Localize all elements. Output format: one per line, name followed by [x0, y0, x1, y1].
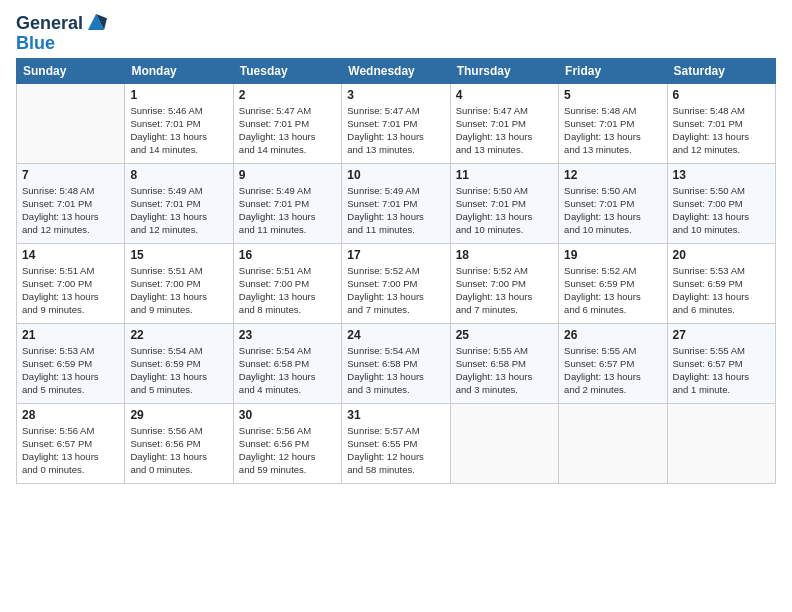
day-cell: 9Sunrise: 5:49 AM Sunset: 7:01 PM Daylig… [233, 163, 341, 243]
day-cell [559, 403, 667, 483]
day-number: 5 [564, 88, 661, 102]
day-number: 14 [22, 248, 119, 262]
day-number: 16 [239, 248, 336, 262]
day-number: 3 [347, 88, 444, 102]
day-number: 27 [673, 328, 770, 342]
day-info: Sunrise: 5:52 AM Sunset: 7:00 PM Dayligh… [456, 264, 553, 317]
day-number: 13 [673, 168, 770, 182]
day-info: Sunrise: 5:47 AM Sunset: 7:01 PM Dayligh… [347, 104, 444, 157]
day-cell: 11Sunrise: 5:50 AM Sunset: 7:01 PM Dayli… [450, 163, 558, 243]
day-cell: 19Sunrise: 5:52 AM Sunset: 6:59 PM Dayli… [559, 243, 667, 323]
day-number: 15 [130, 248, 227, 262]
day-cell: 23Sunrise: 5:54 AM Sunset: 6:58 PM Dayli… [233, 323, 341, 403]
day-info: Sunrise: 5:54 AM Sunset: 6:58 PM Dayligh… [239, 344, 336, 397]
day-cell: 31Sunrise: 5:57 AM Sunset: 6:55 PM Dayli… [342, 403, 450, 483]
logo-icon [85, 11, 107, 33]
day-cell: 3Sunrise: 5:47 AM Sunset: 7:01 PM Daylig… [342, 83, 450, 163]
day-number: 7 [22, 168, 119, 182]
day-info: Sunrise: 5:49 AM Sunset: 7:01 PM Dayligh… [130, 184, 227, 237]
day-cell: 5Sunrise: 5:48 AM Sunset: 7:01 PM Daylig… [559, 83, 667, 163]
day-number: 2 [239, 88, 336, 102]
day-header-thursday: Thursday [450, 58, 558, 83]
day-number: 11 [456, 168, 553, 182]
day-cell: 20Sunrise: 5:53 AM Sunset: 6:59 PM Dayli… [667, 243, 775, 323]
day-number: 10 [347, 168, 444, 182]
day-cell: 2Sunrise: 5:47 AM Sunset: 7:01 PM Daylig… [233, 83, 341, 163]
day-info: Sunrise: 5:49 AM Sunset: 7:01 PM Dayligh… [347, 184, 444, 237]
day-info: Sunrise: 5:50 AM Sunset: 7:01 PM Dayligh… [564, 184, 661, 237]
day-cell: 13Sunrise: 5:50 AM Sunset: 7:00 PM Dayli… [667, 163, 775, 243]
day-cell [450, 403, 558, 483]
day-info: Sunrise: 5:51 AM Sunset: 7:00 PM Dayligh… [22, 264, 119, 317]
day-header-monday: Monday [125, 58, 233, 83]
day-info: Sunrise: 5:55 AM Sunset: 6:57 PM Dayligh… [673, 344, 770, 397]
week-row-5: 28Sunrise: 5:56 AM Sunset: 6:57 PM Dayli… [17, 403, 776, 483]
day-info: Sunrise: 5:48 AM Sunset: 7:01 PM Dayligh… [564, 104, 661, 157]
day-info: Sunrise: 5:54 AM Sunset: 6:59 PM Dayligh… [130, 344, 227, 397]
week-row-3: 14Sunrise: 5:51 AM Sunset: 7:00 PM Dayli… [17, 243, 776, 323]
day-cell: 25Sunrise: 5:55 AM Sunset: 6:58 PM Dayli… [450, 323, 558, 403]
day-info: Sunrise: 5:50 AM Sunset: 7:00 PM Dayligh… [673, 184, 770, 237]
day-number: 19 [564, 248, 661, 262]
day-info: Sunrise: 5:55 AM Sunset: 6:57 PM Dayligh… [564, 344, 661, 397]
day-number: 30 [239, 408, 336, 422]
day-cell: 12Sunrise: 5:50 AM Sunset: 7:01 PM Dayli… [559, 163, 667, 243]
calendar-header-row: SundayMondayTuesdayWednesdayThursdayFrid… [17, 58, 776, 83]
day-number: 23 [239, 328, 336, 342]
day-number: 26 [564, 328, 661, 342]
day-info: Sunrise: 5:53 AM Sunset: 6:59 PM Dayligh… [22, 344, 119, 397]
day-cell: 6Sunrise: 5:48 AM Sunset: 7:01 PM Daylig… [667, 83, 775, 163]
day-info: Sunrise: 5:51 AM Sunset: 7:00 PM Dayligh… [239, 264, 336, 317]
day-header-tuesday: Tuesday [233, 58, 341, 83]
day-cell: 18Sunrise: 5:52 AM Sunset: 7:00 PM Dayli… [450, 243, 558, 323]
day-number: 4 [456, 88, 553, 102]
day-number: 29 [130, 408, 227, 422]
day-cell: 14Sunrise: 5:51 AM Sunset: 7:00 PM Dayli… [17, 243, 125, 323]
day-info: Sunrise: 5:56 AM Sunset: 6:56 PM Dayligh… [130, 424, 227, 477]
day-number: 6 [673, 88, 770, 102]
day-cell: 10Sunrise: 5:49 AM Sunset: 7:01 PM Dayli… [342, 163, 450, 243]
day-number: 20 [673, 248, 770, 262]
day-cell: 8Sunrise: 5:49 AM Sunset: 7:01 PM Daylig… [125, 163, 233, 243]
day-info: Sunrise: 5:46 AM Sunset: 7:01 PM Dayligh… [130, 104, 227, 157]
day-header-sunday: Sunday [17, 58, 125, 83]
header: General Blue [16, 10, 776, 54]
day-cell: 15Sunrise: 5:51 AM Sunset: 7:00 PM Dayli… [125, 243, 233, 323]
day-cell: 28Sunrise: 5:56 AM Sunset: 6:57 PM Dayli… [17, 403, 125, 483]
day-info: Sunrise: 5:49 AM Sunset: 7:01 PM Dayligh… [239, 184, 336, 237]
day-number: 28 [22, 408, 119, 422]
calendar-table: SundayMondayTuesdayWednesdayThursdayFrid… [16, 58, 776, 484]
day-info: Sunrise: 5:50 AM Sunset: 7:01 PM Dayligh… [456, 184, 553, 237]
day-cell: 22Sunrise: 5:54 AM Sunset: 6:59 PM Dayli… [125, 323, 233, 403]
day-info: Sunrise: 5:54 AM Sunset: 6:58 PM Dayligh… [347, 344, 444, 397]
day-info: Sunrise: 5:47 AM Sunset: 7:01 PM Dayligh… [239, 104, 336, 157]
day-header-friday: Friday [559, 58, 667, 83]
logo: General Blue [16, 14, 107, 54]
day-cell: 29Sunrise: 5:56 AM Sunset: 6:56 PM Dayli… [125, 403, 233, 483]
day-number: 21 [22, 328, 119, 342]
day-info: Sunrise: 5:52 AM Sunset: 6:59 PM Dayligh… [564, 264, 661, 317]
day-cell: 7Sunrise: 5:48 AM Sunset: 7:01 PM Daylig… [17, 163, 125, 243]
day-header-wednesday: Wednesday [342, 58, 450, 83]
day-info: Sunrise: 5:47 AM Sunset: 7:01 PM Dayligh… [456, 104, 553, 157]
day-number: 31 [347, 408, 444, 422]
day-info: Sunrise: 5:48 AM Sunset: 7:01 PM Dayligh… [22, 184, 119, 237]
day-number: 18 [456, 248, 553, 262]
logo-text: General [16, 14, 83, 34]
day-info: Sunrise: 5:55 AM Sunset: 6:58 PM Dayligh… [456, 344, 553, 397]
day-cell [667, 403, 775, 483]
logo-blue: Blue [16, 34, 55, 54]
day-cell: 27Sunrise: 5:55 AM Sunset: 6:57 PM Dayli… [667, 323, 775, 403]
day-info: Sunrise: 5:48 AM Sunset: 7:01 PM Dayligh… [673, 104, 770, 157]
day-number: 8 [130, 168, 227, 182]
main-container: General Blue SundayMondayTuesdayWednesda… [0, 0, 792, 494]
day-number: 17 [347, 248, 444, 262]
day-number: 12 [564, 168, 661, 182]
day-number: 1 [130, 88, 227, 102]
week-row-2: 7Sunrise: 5:48 AM Sunset: 7:01 PM Daylig… [17, 163, 776, 243]
day-number: 22 [130, 328, 227, 342]
day-info: Sunrise: 5:52 AM Sunset: 7:00 PM Dayligh… [347, 264, 444, 317]
day-info: Sunrise: 5:53 AM Sunset: 6:59 PM Dayligh… [673, 264, 770, 317]
day-cell: 26Sunrise: 5:55 AM Sunset: 6:57 PM Dayli… [559, 323, 667, 403]
day-number: 24 [347, 328, 444, 342]
